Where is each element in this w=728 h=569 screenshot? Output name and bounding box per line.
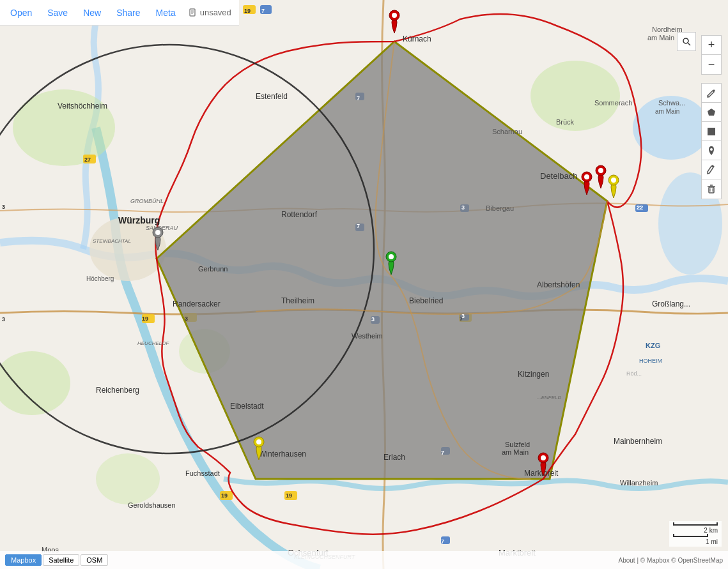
svg-point-113 [683,38,688,43]
svg-text:Brück: Brück [556,118,575,126]
svg-text:19: 19 [221,492,228,499]
svg-text:Bibergau: Bibergau [486,204,514,212]
svg-text:Eibelstadt: Eibelstadt [230,402,264,411]
zoom-controls: + − [701,35,722,75]
scale-km-bar [673,522,718,526]
svg-text:Sulzfeld: Sulzfeld [505,441,530,448]
svg-text:Geroldshausen: Geroldshausen [128,501,176,509]
svg-text:3: 3 [2,316,5,322]
pentagon-icon [706,107,716,118]
svg-text:19: 19 [142,315,148,322]
svg-text:Fuchsstadt: Fuchsstadt [185,469,220,477]
svg-text:19: 19 [244,8,251,14]
square-tool-button[interactable] [702,122,721,141]
share-button[interactable]: Share [114,6,143,19]
svg-text:GROMBÜHL: GROMBÜHL [130,198,164,204]
svg-point-98 [598,168,603,173]
svg-point-94 [392,13,397,18]
square-icon [706,126,716,137]
pencil-icon [706,88,716,98]
svg-text:am Main: am Main [502,448,529,456]
edit-icon [706,165,716,175]
toolbar: Open Save New Share Meta unsaved [0,0,239,26]
svg-text:27: 27 [84,156,91,163]
map-type-buttons: Mapbox Satellite OSM [5,554,108,566]
scale-mi-label: 1 mi [673,538,718,545]
svg-text:Scharnau: Scharnau [492,128,522,135]
zoom-in-button[interactable]: + [702,36,721,55]
search-icon [682,37,691,46]
svg-text:7: 7 [357,223,360,229]
svg-rect-118 [709,187,714,193]
svg-text:Westheim: Westheim [352,332,383,340]
save-button[interactable]: Save [45,6,70,19]
svg-text:Winterhausen: Winterhausen [259,450,306,459]
svg-text:3: 3 [185,315,188,322]
map-container: Veitshöchheim Würzburg Höchberg Reichenb… [0,0,728,569]
marker-icon [706,146,716,156]
svg-rect-116 [708,128,715,135]
svg-text:3: 3 [2,204,5,210]
svg-text:7: 7 [441,538,444,545]
svg-text:Großlang...: Großlang... [652,300,690,308]
svg-text:3: 3 [461,204,465,211]
svg-text:7: 7 [261,8,265,14]
svg-text:am Main: am Main [655,108,679,115]
svg-text:Veitshöchheim: Veitshöchheim [58,102,107,110]
svg-text:Mainbernheim: Mainbernheim [614,437,662,446]
draw-tools [701,83,722,199]
svg-text:3: 3 [461,313,465,319]
svg-point-96 [584,174,589,179]
scale-mi-bar [673,534,708,537]
svg-point-104 [256,439,261,444]
svg-text:Detelbach: Detelbach [540,171,578,181]
svg-text:HOHEIM: HOHEIM [639,358,662,364]
mapbox-type-button[interactable]: Mapbox [5,554,42,566]
svg-text:Estenfeld: Estenfeld [256,92,288,101]
svg-text:Theilheim: Theilheim [281,296,314,305]
map-attribution: About | © Mapbox © OpenStreetMap [618,557,723,564]
marker-tool-button[interactable] [702,141,721,160]
svg-text:Biebelried: Biebelried [409,296,443,305]
open-button[interactable]: Open [8,6,35,19]
svg-text:Willanzheim: Willanzheim [620,479,658,487]
svg-text:...ENFELD: ...ENFELD [537,395,561,400]
new-button[interactable]: New [81,6,104,19]
svg-point-106 [155,230,160,235]
svg-text:am Main: am Main [647,34,674,42]
scale-control: 2 km 1 mi [669,521,722,547]
svg-point-3 [96,453,160,505]
delete-tool-button[interactable] [702,179,721,199]
svg-text:Randersacker: Randersacker [173,300,221,308]
svg-text:3: 3 [371,316,375,322]
svg-text:Gerbrunn: Gerbrunn [198,265,228,273]
svg-text:Würzburg: Würzburg [118,215,160,225]
svg-point-5 [531,61,620,131]
scale-km-label: 2 km [673,527,718,534]
svg-line-114 [688,43,691,46]
document-icon [189,8,197,17]
svg-text:22: 22 [637,204,643,211]
search-button[interactable] [677,32,696,51]
pentagon-tool-button[interactable] [702,103,721,122]
svg-text:Reichenberg: Reichenberg [96,386,139,395]
svg-point-102 [611,178,616,183]
svg-marker-115 [708,109,715,116]
trash-icon [706,184,716,194]
edit-tool-button[interactable] [702,160,721,179]
satellite-type-button[interactable]: Satellite [43,554,79,566]
osm-type-button[interactable]: OSM [81,554,108,566]
svg-point-100 [541,455,546,460]
search-box [677,32,696,51]
zoom-out-button[interactable]: − [702,55,721,74]
svg-point-117 [710,148,713,151]
svg-text:Kürnach: Kürnach [403,34,431,43]
unsaved-indicator: unsaved [189,8,231,17]
meta-button[interactable]: Meta [153,6,178,19]
svg-text:Albertshöfen: Albertshöfen [537,280,580,289]
svg-text:Röd...: Röd... [626,370,642,377]
svg-text:Schwa...: Schwa... [658,99,685,107]
svg-text:KZG: KZG [646,342,660,349]
pencil-tool-button[interactable] [702,84,721,103]
svg-text:7: 7 [357,95,360,102]
